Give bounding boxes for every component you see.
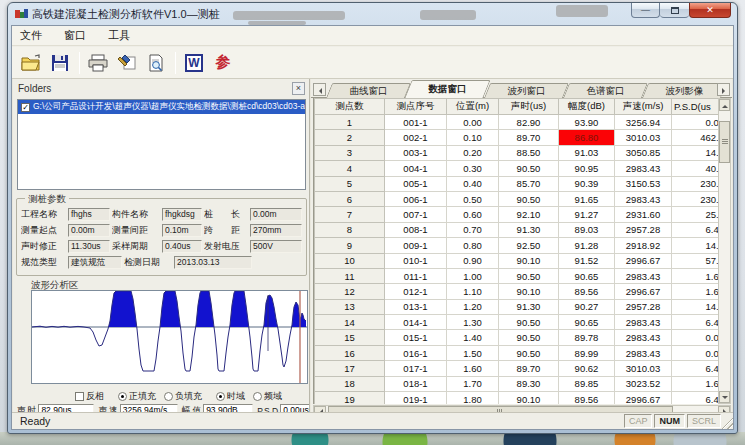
tab-3[interactable]: 波列窗口	[487, 83, 566, 98]
toolbar-separator	[79, 52, 80, 74]
word-export-button[interactable]: W	[181, 50, 207, 75]
param-label: 采样周期	[112, 240, 162, 253]
titlebar[interactable]: 高铁建混凝土检测分析软件V1.0—测桩 — ✕	[8, 3, 737, 25]
table-cell: 1.10	[447, 284, 499, 299]
menu-item-tools[interactable]: 工具	[108, 28, 130, 43]
table-row[interactable]: 9009-10.8092.5091.282918.9214.4	[315, 238, 725, 253]
waveform-svg	[32, 291, 307, 383]
table-row[interactable]: 5005-10.4085.7090.393150.53230.4	[315, 176, 725, 191]
table-row[interactable]: 18018-11.7089.3089.853023.521.60	[315, 376, 725, 391]
table-cell: 1.50	[447, 345, 499, 360]
table-cell: 90.62	[559, 361, 615, 376]
scroll-down-button[interactable]	[719, 391, 730, 403]
preview-button[interactable]	[143, 50, 169, 75]
table-row[interactable]: 16016-11.5090.5089.992983.430.00	[315, 345, 725, 360]
tab-1[interactable]: 曲线窗口	[329, 83, 408, 98]
param-label: 桩 长	[204, 208, 250, 221]
tab-5[interactable]: 波列影像	[645, 83, 724, 98]
table-cell: 0.20	[447, 145, 499, 160]
tab-scroll-right-button[interactable]	[717, 83, 730, 96]
table-cell: 2983.43	[615, 345, 672, 360]
radio-domain-freq[interactable]: 频域	[253, 390, 282, 403]
table-cell: 2996.67	[615, 392, 672, 404]
table-cell: 005-1	[385, 176, 447, 191]
vertical-scrollbar[interactable]	[718, 98, 731, 404]
folders-panel: Folders × ✓ G:\公司产品设计开发\超声仪器\超声仪实地检测数据\测…	[13, 79, 310, 412]
close-button[interactable]: ✕	[689, 3, 731, 18]
params-groupbox: 测桩参数 工程名称fhghs构件名称fhgkdsg桩 长0.00m测量起点0.0…	[16, 198, 307, 276]
table-cell: 86.80	[559, 130, 615, 145]
resize-grip[interactable]	[720, 416, 733, 429]
folders-header: Folders ×	[13, 81, 309, 97]
folder-checkbox[interactable]: ✓	[21, 103, 30, 112]
table-cell: 1.30	[447, 315, 499, 330]
table-cell: 2957.28	[615, 299, 672, 314]
table-cell: 3050.85	[615, 145, 672, 160]
maximize-button[interactable]	[660, 3, 689, 18]
table-row[interactable]: 6006-10.5090.5091.652983.43230.4	[315, 191, 725, 206]
radio-icon	[216, 392, 225, 401]
menu-bar: 文件窗口工具	[12, 26, 733, 46]
folder-item[interactable]: ✓ G:\公司产品设计开发\超声仪器\超声仪实地检测数据\测桩cd\cd03\c…	[18, 100, 305, 114]
radio-fill-positive[interactable]: 正填充	[118, 390, 156, 403]
params-button[interactable]: 参	[210, 50, 236, 75]
param-label: 测量起点	[21, 224, 68, 237]
table-cell: 13	[315, 299, 385, 314]
table-cell: 1.40	[447, 330, 499, 345]
table-row[interactable]: 2002-10.1089.7086.803010.03462.4	[315, 130, 725, 145]
table-row[interactable]: 10010-10.9090.1091.522996.6757.6	[315, 253, 725, 268]
waveform-plot[interactable]	[31, 290, 308, 384]
tool-button[interactable]	[114, 50, 140, 75]
table-row[interactable]: 3003-10.2088.5091.033050.8514.4	[315, 145, 725, 160]
table-cell: 2957.28	[615, 222, 672, 237]
table-cell: 7	[315, 207, 385, 222]
tab-scroll-left-button[interactable]	[313, 83, 326, 96]
save-button[interactable]	[47, 50, 73, 75]
scroll-up-button[interactable]	[719, 99, 730, 111]
word-icon: W	[185, 54, 203, 72]
tab-4[interactable]: 色谱窗口	[566, 83, 645, 98]
table-cell: 1.20	[447, 299, 499, 314]
table-cell: 002-1	[385, 130, 447, 145]
column-header: 幅度(dB)	[559, 99, 615, 115]
table-row[interactable]: 4004-10.3090.5090.952983.4340.0	[315, 161, 725, 176]
vertical-scroll-thumb[interactable]	[719, 121, 730, 163]
table-cell: 1.60	[672, 376, 725, 391]
table-row[interactable]: 1001-10.0082.9093.903256.940.00	[315, 115, 725, 130]
table-cell: 9	[315, 238, 385, 253]
table-row[interactable]: 17017-11.6089.7090.623010.036.40	[315, 361, 725, 376]
table-cell: 3150.53	[615, 176, 672, 191]
table-row[interactable]: 19019-11.8090.1089.562996.676.40	[315, 392, 725, 404]
minimize-button[interactable]: —	[631, 3, 660, 18]
invert-checkbox[interactable]: 反相	[75, 390, 104, 403]
tab-label: 数据窗口	[429, 83, 467, 94]
table-row[interactable]: 14014-11.3090.5090.652983.436.40	[315, 315, 725, 330]
table-row[interactable]: 7007-10.6092.1091.272931.6025.6	[315, 207, 725, 222]
table-row[interactable]: 12012-11.1090.1089.562996.671.60	[315, 284, 725, 299]
data-panel: 曲线窗口数据窗口波列窗口色谱窗口波列影像 测点数测点序号位置(m)声时(us)幅…	[311, 79, 732, 412]
param-value: 2013.03.13	[174, 256, 252, 269]
folders-list[interactable]: ✓ G:\公司产品设计开发\超声仪器\超声仪实地检测数据\测桩cd\cd03\c…	[17, 99, 306, 190]
table-cell: 230.4	[672, 176, 725, 191]
table-row[interactable]: 8008-10.7091.3089.032957.286.40	[315, 222, 725, 237]
radio-fill-negative[interactable]: 负填充	[164, 390, 202, 403]
table-cell: 230.4	[672, 191, 725, 206]
table-cell: 016-1	[385, 345, 447, 360]
params-row: 工程名称fhghs构件名称fhgkdsg桩 长0.00m	[21, 208, 304, 221]
table-row[interactable]: 11011-11.0090.5090.652983.431.60	[315, 268, 725, 283]
wave-options: 反相 正填充 负填充 时域 频域	[13, 390, 309, 402]
menu-item-window[interactable]: 窗口	[64, 28, 86, 43]
tab-2[interactable]: 数据窗口	[408, 80, 487, 98]
print-button[interactable]	[85, 50, 111, 75]
table-row[interactable]: 13013-11.2091.3090.272957.2814.4	[315, 299, 725, 314]
open-button[interactable]	[18, 50, 44, 75]
folders-close-button[interactable]: ×	[292, 82, 305, 95]
param-value: fhgkdsg	[162, 208, 202, 221]
table-cell: 1.80	[447, 392, 499, 404]
menu-item-file[interactable]: 文件	[20, 28, 42, 43]
table-cell: 3256.94	[615, 115, 672, 130]
radio-domain-time[interactable]: 时域	[216, 390, 245, 403]
readout-label: 幅 值	[182, 405, 201, 413]
table-row[interactable]: 15015-11.4090.5089.782983.430.00	[315, 330, 725, 345]
folders-title: Folders	[18, 83, 51, 94]
